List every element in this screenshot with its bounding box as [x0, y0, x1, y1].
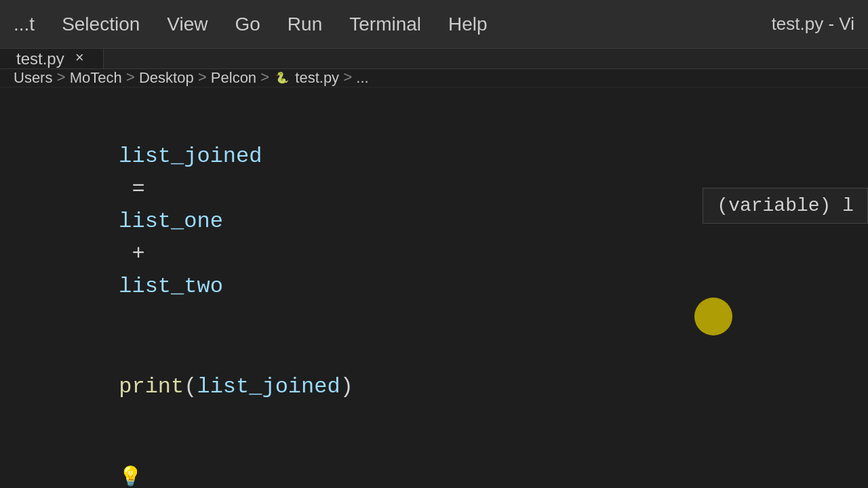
menu-items: ...t Selection View Go Run Terminal Help [0, 8, 772, 41]
breadcrumb-users[interactable]: Users [14, 69, 52, 87]
breadcrumb-sep-5: > [343, 70, 352, 87]
menu-item-selection[interactable]: Selection [48, 8, 153, 41]
menu-item-run[interactable]: Run [274, 8, 336, 41]
breadcrumb-motech[interactable]: MoTech [70, 69, 122, 87]
breadcrumb-ellipsis[interactable]: ... [356, 69, 368, 87]
breadcrumb-sep-2: > [126, 70, 135, 87]
tab-bar: test.py × [0, 49, 868, 69]
breadcrumb-bar: Users > MoTech > Desktop > Pelcon > 🐍 te… [0, 69, 868, 87]
menu-item-terminal[interactable]: Terminal [336, 8, 435, 41]
code-line-lightbulb[interactable]: 💡 [41, 439, 827, 488]
menu-item-go[interactable]: Go [222, 8, 274, 41]
menu-item-view[interactable]: View [153, 8, 221, 41]
tab-close-button[interactable]: × [73, 49, 87, 68]
breadcrumb-desktop[interactable]: Desktop [139, 69, 194, 87]
menu-item-partial[interactable]: ...t [0, 8, 48, 41]
code-line-2: print(list_joined) [41, 338, 827, 436]
hover-tooltip: (variable) l [703, 188, 868, 224]
window-title-right: test.py - Vi [772, 14, 868, 35]
main-content: test.py × Users > MoTech > Desktop > Pel… [0, 49, 868, 488]
breadcrumb-testpy[interactable]: test.py [295, 69, 339, 87]
lightbulb-icon[interactable]: 💡 [119, 466, 142, 488]
breadcrumb-pelcon[interactable]: Pelcon [211, 69, 256, 87]
tab-test-py[interactable]: test.py × [0, 49, 104, 68]
tab-label: test.py [16, 49, 64, 68]
breadcrumb-sep-4: > [260, 70, 269, 87]
code-editor[interactable]: list_joined = list_one + list_two print(… [0, 87, 868, 488]
breadcrumb-sep-3: > [198, 70, 207, 87]
breadcrumb-sep-1: > [56, 70, 65, 87]
python-icon: 🐍 [273, 69, 291, 87]
code-var-list-joined: list_joined [119, 144, 262, 169]
menu-bar: ...t Selection View Go Run Terminal Help… [0, 0, 868, 49]
menu-item-help[interactable]: Help [435, 8, 501, 41]
tooltip-text: (variable) l [717, 195, 854, 216]
